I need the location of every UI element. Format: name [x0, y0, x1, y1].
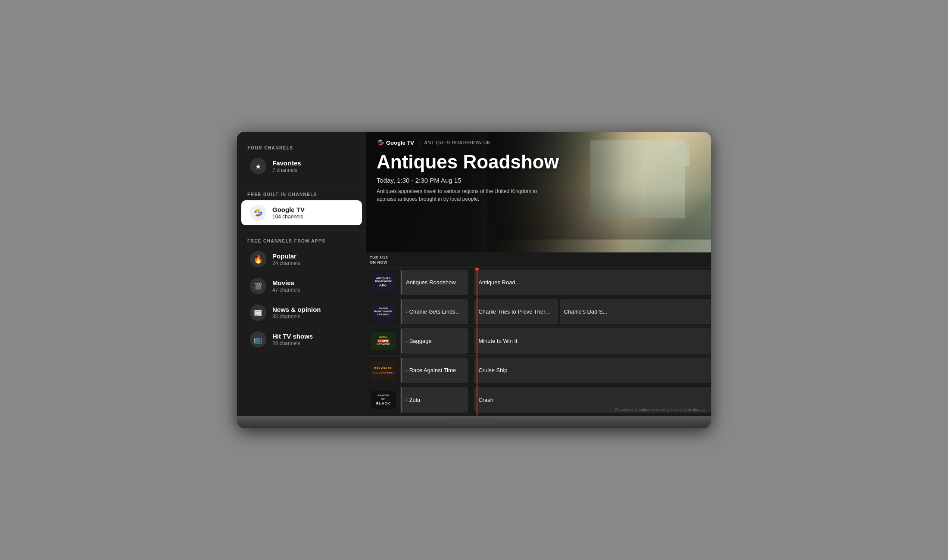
epg-row-antiques: ANTIQUESROADSHOW·UK· Antiques Roadshow A…: [366, 268, 711, 297]
channel-logo-box-gameshow: GAMESHOWNETWORK: [371, 332, 396, 350]
program-title-antiques-2: Antiques Road...: [478, 279, 520, 286]
channel-logo-antiques: ANTIQUESROADSHOW·UK·: [366, 268, 401, 297]
epg-row-shades: SHADESOFBLACK ‹ Zulu Crash: [366, 385, 711, 414]
program-charlie-2[interactable]: Charlie Tries to Prove Therap...: [474, 299, 558, 324]
epg-row-gameshow: GAMESHOWNETWORK ‹ Baggage Minute to Win …: [366, 327, 711, 356]
program-title-crash: Crash: [478, 397, 493, 403]
chevron-icon-charlie-1: ‹: [406, 309, 408, 314]
popular-icon: 🔥: [250, 251, 266, 268]
channel-logo-gameshow: GAMESHOWNETWORK: [366, 327, 401, 355]
epg-programs-gameshow: ‹ Baggage Minute to Win It: [401, 327, 711, 355]
channel-logo-shades: SHADESOFBLACK: [366, 385, 401, 414]
program-baggage[interactable]: ‹ Baggage: [401, 328, 468, 354]
sidebar-item-name-favorites: Favorites: [272, 159, 301, 167]
program-title-race: Race Against Time: [409, 367, 456, 373]
disclaimer: Channel and content availability is subj…: [614, 408, 706, 412]
tv-stand: [237, 416, 711, 428]
hero-content: Google TV | ANTIQUES ROADSHOW UK Antique…: [366, 132, 711, 252]
sidebar-item-count-news: 35 channels: [272, 314, 321, 320]
favorites-icon: ★: [250, 158, 266, 174]
free-builtin-label: FREE BUILT-IN CHANNELS: [237, 189, 366, 199]
epg-header: TUE 8/15 ON NOW 1:51 PM 2:00PM: [366, 252, 711, 268]
news-icon: 📰: [250, 305, 266, 321]
program-charlie-1[interactable]: ‹ Charlie Gets Lindsay Lohan in...: [401, 299, 468, 324]
brand-name: Google TV: [386, 140, 414, 146]
sidebar-item-count-popular: 24 channels: [272, 260, 300, 266]
chevron-icon-zulu: ‹: [406, 397, 408, 402]
sidebar-item-name-googletv: Google TV: [272, 206, 305, 213]
hero-title: Antiques Roadshow: [377, 152, 701, 172]
sidebar-item-name-news: News & opinion: [272, 306, 321, 313]
your-channels-label: YOUR CHANNELS: [237, 142, 366, 153]
sidebar-item-count-googletv: 104 channels: [272, 214, 305, 220]
channel-logo-text-shades: SHADESOFBLACK: [376, 394, 390, 406]
program-antiques-roadshow-2[interactable]: Antiques Road...: [474, 270, 711, 295]
program-antiques-roadshow-1[interactable]: Antiques Roadshow: [401, 270, 468, 295]
epg-programs-baywatch: ‹ Race Against Time Cruise Ship: [401, 356, 711, 385]
epg-rows: ANTIQUESROADSHOW·UK· Antiques Roadshow A…: [366, 268, 711, 416]
channel-logo-text-gameshow: GAMESHOWNETWORK: [377, 336, 390, 346]
sidebar-item-name-movies: Movies: [272, 279, 300, 286]
hero-section: Google TV | ANTIQUES ROADSHOW UK Antique…: [366, 132, 711, 252]
program-title-cruise: Cruise Ship: [478, 367, 507, 373]
hero-brand: Google TV | ANTIQUES ROADSHOW UK: [377, 139, 701, 146]
program-cruise-ship[interactable]: Cruise Ship: [474, 358, 711, 383]
channel-logo-text-baywatch: BAYWATCHREELZCHANNEL: [372, 366, 395, 375]
epg-container: TUE 8/15 ON NOW 1:51 PM 2:00PM: [366, 252, 711, 416]
chevron-icon-race: ‹: [406, 368, 408, 373]
hero-channel-name: ANTIQUES ROADSHOW UK: [424, 140, 490, 145]
program-zulu[interactable]: ‹ Zulu: [401, 387, 468, 413]
epg-programs-antiques: Antiques Roadshow Antiques Road...: [401, 268, 711, 297]
epg-row-baywatch: BAYWATCHREELZCHANNEL ‹ Race Against Time…: [366, 356, 711, 385]
google-tv-logo-icon: [377, 139, 384, 146]
program-charlie-3[interactable]: Charlie's Dad S...: [560, 299, 711, 324]
channel-logo-box-anger: ANGERMANAGEMENTCHANNEL: [371, 303, 396, 321]
program-title-baggage: Baggage: [409, 338, 432, 344]
channel-logo-text-antiques: ANTIQUESROADSHOW·UK·: [375, 277, 392, 288]
sidebar-item-hittv[interactable]: 📺 Hit TV shows 28 channels: [241, 327, 362, 352]
hittv-icon: 📺: [250, 331, 266, 348]
epg-on-now: ON NOW: [370, 260, 397, 264]
googletv-icon: [250, 205, 266, 221]
sidebar-item-count-favorites: 7 channels: [272, 167, 301, 173]
program-title-antiques-1: Antiques Roadshow: [406, 279, 456, 286]
movies-icon: 🎬: [250, 278, 266, 294]
sidebar-item-count-movies: 47 channels: [272, 287, 300, 293]
sidebar-item-favorites[interactable]: ★ Favorites 7 channels: [241, 154, 362, 179]
program-title-zulu: Zulu: [409, 397, 420, 403]
sidebar: YOUR CHANNELS ★ Favorites 7 channels FRE…: [237, 132, 366, 416]
program-race-against-time[interactable]: ‹ Race Against Time: [401, 358, 468, 383]
sidebar-item-popular[interactable]: 🔥 Popular 24 channels: [241, 247, 362, 272]
channel-logo-baywatch: BAYWATCHREELZCHANNEL: [366, 356, 401, 385]
program-title-charlie-2: Charlie Tries to Prove Therap...: [478, 308, 553, 315]
sidebar-item-movies[interactable]: 🎬 Movies 47 channels: [241, 274, 362, 299]
epg-programs-anger: ‹ Charlie Gets Lindsay Lohan in... Charl…: [401, 297, 711, 326]
sidebar-item-name-popular: Popular: [272, 252, 300, 260]
program-title-charlie-1: Charlie Gets Lindsay Lohan in...: [409, 308, 464, 315]
sidebar-item-news[interactable]: 📰 News & opinion 35 channels: [241, 300, 362, 325]
tv-stand-base: [448, 420, 500, 424]
channel-logo-box-shades: SHADESOFBLACK: [371, 391, 396, 409]
tv-screen: YOUR CHANNELS ★ Favorites 7 channels FRE…: [237, 132, 711, 416]
main-content: Google TV | ANTIQUES ROADSHOW UK Antique…: [366, 132, 711, 416]
channel-logo-text-anger: ANGERMANAGEMENTCHANNEL: [374, 307, 393, 316]
epg-date-label: TUE 8/15 ON NOW: [366, 255, 401, 264]
free-apps-label: FREE CHANNELS FROM APPS: [237, 235, 366, 246]
sidebar-divider-2: [237, 230, 366, 231]
sidebar-item-count-hittv: 28 channels: [272, 340, 313, 346]
program-title-charlie-3: Charlie's Dad S...: [564, 308, 608, 315]
epg-row-anger: ANGERMANAGEMENTCHANNEL ‹ Charlie Gets Li…: [366, 297, 711, 327]
sidebar-item-googletv[interactable]: Google TV 104 channels: [241, 200, 362, 225]
channel-logo-box-antiques: ANTIQUESROADSHOW·UK·: [371, 274, 396, 292]
channel-logo-box-baywatch: BAYWATCHREELZCHANNEL: [371, 361, 396, 380]
sidebar-divider-1: [237, 184, 366, 184]
tv-frame: YOUR CHANNELS ★ Favorites 7 channels FRE…: [237, 132, 711, 428]
channel-logo-anger: ANGERMANAGEMENTCHANNEL: [366, 297, 401, 326]
hero-brand-logo: Google TV: [377, 139, 414, 146]
epg-date: TUE 8/15: [370, 255, 397, 260]
hero-meta: Today, 1:30 - 2:30 PM Aug 15: [377, 177, 701, 184]
hero-description: Antiques appraisers travel to various re…: [377, 187, 540, 203]
program-title-minute: Minute to Win It: [478, 338, 517, 344]
brand-divider: |: [418, 140, 420, 146]
program-minute[interactable]: Minute to Win It: [474, 328, 711, 354]
